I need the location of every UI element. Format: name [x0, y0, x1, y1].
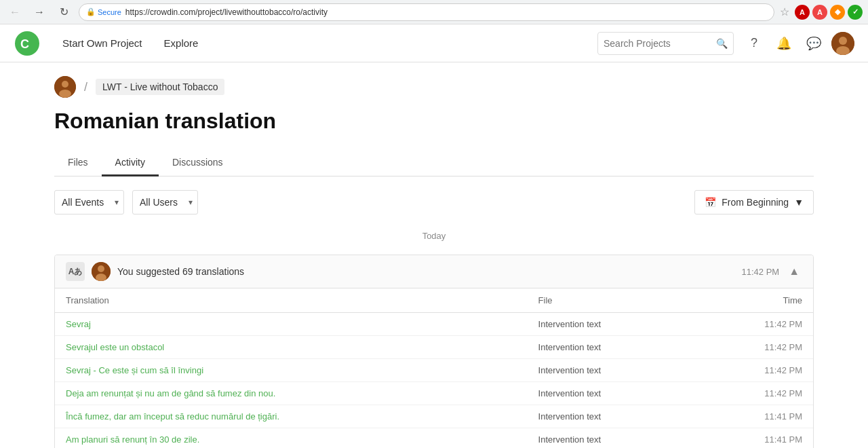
file-cell: Intervention text: [528, 382, 695, 405]
translation-cell: Deja am renunțat și nu am de gând să fum…: [55, 382, 528, 405]
search-box[interactable]: 🔍: [597, 32, 734, 55]
nav-explore[interactable]: Explore: [153, 24, 210, 62]
translation-cell: Sevraj - Ce este și cum să îl învingi: [55, 359, 528, 382]
translation-link[interactable]: Sevrajul este un obstacol: [66, 342, 164, 352]
help-button[interactable]: ?: [742, 31, 766, 56]
tabs: Files Activity Discussions: [54, 150, 814, 176]
activity-time: 11:42 PM: [742, 267, 780, 277]
page-title: Romanian translation: [54, 109, 814, 134]
crowdin-logo[interactable]: C: [14, 30, 41, 57]
secure-label: Secure: [98, 8, 121, 16]
time-cell: 11:42 PM: [695, 313, 813, 336]
translation-type-icon: Aあ: [66, 262, 85, 281]
translation-link[interactable]: Am planuri să renunț în 30 de zile.: [66, 434, 199, 445]
time-cell: 11:41 PM: [695, 405, 813, 428]
table-row: Sevrajul este un obstacol Intervention t…: [55, 336, 813, 359]
notifications-button[interactable]: 🔔: [772, 31, 796, 56]
filters: All Events All Users 📅 From Beginning ▼: [54, 190, 814, 214]
file-cell: Intervention text: [528, 428, 695, 449]
messages-button[interactable]: 💬: [802, 31, 826, 56]
tab-discussions[interactable]: Discussions: [159, 150, 237, 176]
activity-header: Aあ You suggested 69 translations 11:42 P…: [55, 255, 813, 288]
browser-extensions: A A ◆ ✓: [795, 5, 863, 20]
user-avatar-nav[interactable]: [831, 32, 854, 55]
breadcrumb-separator: /: [84, 80, 87, 94]
reload-button[interactable]: ↻: [54, 3, 73, 22]
search-icon: 🔍: [716, 38, 728, 49]
translation-link[interactable]: Sevraj: [66, 319, 91, 329]
activity-table: Translation File Time Sevraj Interventio…: [55, 288, 813, 448]
table-row: Sevraj - Ce este și cum să îl învingi In…: [55, 359, 813, 382]
events-filter-wrapper: All Events: [54, 190, 124, 214]
forward-button[interactable]: →: [30, 3, 49, 22]
tab-files[interactable]: Files: [54, 150, 102, 176]
navbar-right: ? 🔔 💬: [742, 31, 854, 56]
search-input[interactable]: [604, 38, 712, 49]
url-text: https://crowdin.com/project/livewithoutt…: [125, 7, 328, 17]
time-cell: 11:42 PM: [695, 382, 813, 405]
text-icon: Aあ: [68, 266, 83, 278]
translation-link[interactable]: Încă fumez, dar am început să reduc numă…: [66, 411, 279, 422]
translation-cell: Sevraj: [55, 313, 528, 336]
collapse-button[interactable]: ▲: [786, 265, 802, 278]
lock-icon: 🔒: [86, 7, 96, 16]
ext-icon-4: ✓: [848, 5, 863, 20]
translation-cell: Am planuri să renunț în 30 de zile.: [55, 428, 528, 449]
ext-icon-2: A: [812, 5, 827, 20]
time-cell: 11:41 PM: [695, 428, 813, 449]
translation-cell: Sevrajul este un obstacol: [55, 336, 528, 359]
time-cell: 11:42 PM: [695, 336, 813, 359]
nav-links: Start Own Project Explore: [52, 24, 597, 62]
users-filter[interactable]: All Users: [132, 190, 198, 214]
secure-badge: 🔒 Secure: [86, 7, 121, 16]
address-bar[interactable]: 🔒 Secure https://crowdin.com/project/liv…: [79, 3, 774, 21]
table-row: Am planuri să renunț în 30 de zile. Inte…: [55, 428, 813, 449]
users-filter-wrapper: All Users: [132, 190, 198, 214]
file-cell: Intervention text: [528, 336, 695, 359]
app-navbar: C Start Own Project Explore 🔍 ? 🔔 💬: [0, 24, 868, 62]
activity-description: You suggested 69 translations: [117, 266, 735, 277]
translation-link[interactable]: Sevraj - Ce este și cum să îl învingi: [66, 365, 203, 375]
events-filter[interactable]: All Events: [54, 190, 124, 214]
breadcrumb-project-link[interactable]: LWT - Live without Tobacco: [96, 79, 224, 95]
date-filter-label: From Beginning: [722, 197, 789, 208]
ext-icon-1: A: [795, 5, 810, 20]
back-button[interactable]: ←: [5, 3, 24, 22]
activity-user-avatar: [92, 262, 111, 281]
svg-point-3: [839, 37, 847, 45]
table-row: Deja am renunțat și nu am de gând să fum…: [55, 382, 813, 405]
translation-link[interactable]: Deja am renunțat și nu am de gând să fum…: [66, 388, 275, 398]
tab-activity[interactable]: Activity: [102, 150, 159, 176]
browser-bar: ← → ↻ 🔒 Secure https://crowdin.com/proje…: [0, 0, 868, 24]
breadcrumb-avatar: [54, 76, 76, 98]
date-filter-button[interactable]: 📅 From Beginning ▼: [694, 190, 814, 214]
breadcrumb: / LWT - Live without Tobacco: [54, 76, 814, 98]
col-header-time: Time: [695, 288, 813, 313]
table-row: Încă fumez, dar am început să reduc numă…: [55, 405, 813, 428]
svg-point-9: [98, 265, 104, 272]
file-cell: Intervention text: [528, 313, 695, 336]
ext-icon-3: ◆: [830, 5, 845, 20]
svg-point-7: [59, 90, 71, 98]
col-header-file: File: [528, 288, 695, 313]
bookmark-icon[interactable]: ☆: [780, 5, 789, 18]
page-content: / LWT - Live without Tobacco Romanian tr…: [27, 62, 841, 448]
file-cell: Intervention text: [528, 405, 695, 428]
date-divider: Today: [54, 231, 814, 241]
translation-cell: Încă fumez, dar am început să reduc numă…: [55, 405, 528, 428]
activity-card: Aあ You suggested 69 translations 11:42 P…: [54, 255, 814, 448]
table-row: Sevraj Intervention text 11:42 PM: [55, 313, 813, 336]
svg-text:C: C: [20, 37, 29, 51]
file-cell: Intervention text: [528, 359, 695, 382]
chevron-down-icon: ▼: [794, 197, 804, 208]
svg-point-6: [62, 81, 68, 88]
time-cell: 11:42 PM: [695, 359, 813, 382]
calendar-icon: 📅: [705, 197, 716, 208]
col-header-translation: Translation: [55, 288, 528, 313]
nav-start-own-project[interactable]: Start Own Project: [52, 24, 153, 62]
